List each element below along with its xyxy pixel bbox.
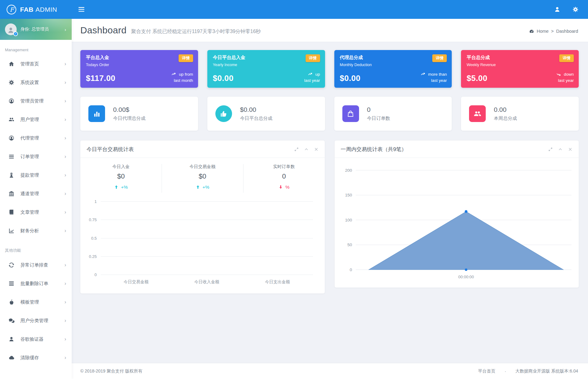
sidebar-item[interactable]: 谷歌验证器› [0, 330, 72, 348]
sidebar-item-label: 批量删除订单 [20, 281, 65, 287]
close-panel-icon[interactable] [568, 147, 573, 152]
today-stat-value: $0 [80, 172, 162, 180]
chevron-right-icon: › [65, 117, 66, 122]
sidebar-item-label: 代理管理 [20, 135, 65, 141]
footer-dot: · [505, 369, 506, 374]
breadcrumb: Home > Dashboard [529, 27, 578, 34]
sidebar-item-label: 提款管理 [20, 172, 65, 178]
sidebar-item-label: 通道管理 [20, 191, 65, 197]
chevron-right-icon: › [65, 336, 66, 342]
list-icon [8, 154, 15, 160]
sidebar-item[interactable]: 文章管理› [0, 203, 72, 221]
y-tick-label: 0.25 [89, 254, 97, 259]
gridline: 0.75 [101, 220, 313, 220]
content: 平台总入金Todays Order$117.00详情 up fromlast m… [72, 42, 588, 363]
arrow-down-icon [278, 185, 283, 189]
sidebar-item[interactable]: 提款管理› [0, 166, 72, 184]
sidebar-item[interactable]: 财务分析› [0, 221, 72, 240]
info-card-icon-box [469, 105, 486, 122]
footer-links: 平台首页 · 大数据商业开源版 系统版本:6.04 [478, 368, 578, 374]
stat-card-subtitle: Monthly Deduction [340, 63, 446, 67]
today-stats: 今日入金$0 +%今日交易金额$0 +%实时订单数0 % [80, 158, 325, 195]
panel-tools [294, 147, 319, 152]
info-card: $0.00今日平台总分成 [207, 97, 325, 131]
y-tick-label: 0.75 [89, 217, 97, 222]
info-card-icon-box [215, 105, 232, 122]
details-badge[interactable]: 详情 [559, 54, 574, 62]
app-title-bold: FAB [20, 6, 34, 13]
sidebar-item[interactable]: 清除缓存› [0, 348, 72, 367]
area-chart: 20015010050000:00:00 [335, 158, 579, 288]
stat-card: 平台总分成Weekly Revenue$5.00详情 downlast year [461, 50, 579, 88]
charts-row: 今日平台交易统计表 今日入金$0 +%今日交易金额$0 +%实时订单数0 % 1… [80, 141, 579, 293]
sidebar-item[interactable]: 管理员管理› [0, 92, 72, 110]
align-justify-icon [8, 280, 15, 287]
details-badge[interactable]: 详情 [179, 54, 193, 62]
today-stat: 今日交易金额$0 +% [162, 164, 243, 193]
breadcrumb-home-link[interactable]: Home [537, 29, 549, 34]
verified-check-icon: ✓ [13, 32, 18, 36]
panel-header: 今日平台交易统计表 [80, 141, 325, 158]
chevron-right-icon: › [65, 80, 66, 85]
sidebar-item[interactable]: 异常订单排查› [0, 256, 72, 274]
arrow-up-icon [114, 185, 119, 189]
breadcrumb-current: Dashboard [556, 29, 578, 34]
info-card-value: 0 [367, 106, 390, 113]
sidebar-item[interactable]: 订单管理› [0, 147, 72, 166]
page-title: Dashboard [80, 25, 126, 36]
area-chart-svg: 20015010050000:00:00 [337, 161, 577, 286]
close-panel-icon[interactable] [314, 147, 319, 152]
panel-title: 今日平台交易统计表 [87, 146, 134, 153]
sidebar-item[interactable]: 管理首页› [0, 55, 72, 73]
sidebar-item[interactable]: 用户管理› [0, 110, 72, 129]
brand: F FAB ADMIN [0, 4, 72, 15]
sidebar-item[interactable]: 系统设置› [0, 73, 72, 92]
user-identity-panel[interactable]: ✓ 身份: 总管理员 › [0, 19, 72, 40]
stat-card-trend: more thanlast year [420, 71, 447, 84]
user-icon[interactable] [554, 6, 561, 13]
info-card-label: 今日平台总分成 [240, 116, 273, 121]
today-transactions-panel: 今日平台交易统计表 今日入金$0 +%今日交易金额$0 +%实时订单数0 % 1… [80, 141, 325, 293]
sidebar-item[interactable]: 代理管理› [0, 129, 72, 147]
info-card-label: 本周总分成 [494, 116, 517, 121]
chevron-right-icon: › [65, 318, 66, 323]
trending-up-icon [307, 72, 313, 77]
details-badge[interactable]: 详情 [306, 54, 320, 62]
sidebar-item[interactable]: 批量删除订单› [0, 274, 72, 293]
today-stat-value: $0 [162, 172, 243, 180]
sidebar-item-label: 系统设置 [20, 80, 65, 86]
top-navbar: F FAB ADMIN [0, 0, 588, 19]
thumbs-up-icon [219, 110, 228, 118]
sidebar-item-label: 管理员管理 [20, 98, 65, 104]
panel-header: 一周内交易统计表（共9笔） [335, 141, 579, 158]
sidebar-item[interactable]: 用户分类管理› [0, 311, 72, 330]
today-stat-trend: +% [162, 184, 243, 190]
collapse-panel-icon[interactable] [558, 147, 563, 152]
collapse-panel-icon[interactable] [304, 147, 309, 152]
page-subtitle: 聚合支付 系统已经稳定运行1197天零3小时零39分钟零16秒 [131, 26, 260, 35]
user-secret-icon [8, 172, 15, 178]
details-badge[interactable]: 详情 [432, 54, 447, 62]
svg-text:F: F [10, 6, 15, 13]
sidebar-nav: Management管理首页›系统设置›管理员管理›用户管理›代理管理›订单管理… [0, 40, 72, 367]
expand-panel-icon[interactable] [294, 147, 299, 152]
avatar: ✓ [5, 23, 17, 35]
menu-toggle-button[interactable] [78, 7, 84, 12]
expand-panel-icon[interactable] [548, 147, 553, 152]
today-stat-trend: +% [80, 184, 162, 190]
chevron-right-icon: › [65, 299, 66, 305]
svg-text:0: 0 [349, 267, 352, 272]
users-icon [8, 116, 15, 123]
info-card-text: 0.00本周总分成 [494, 106, 517, 121]
gridline: 0 [101, 275, 313, 275]
book-icon [8, 209, 15, 215]
sidebar-item[interactable]: 模板管理› [0, 293, 72, 311]
settings-gear-icon[interactable] [572, 6, 579, 13]
app-title-light: ADMIN [36, 6, 57, 13]
stat-card-trend: up fromlast month [171, 71, 193, 84]
stat-card-value: $0.00 [213, 74, 319, 83]
footer-home-link[interactable]: 平台首页 [478, 368, 495, 374]
dashboard-gauge-icon [529, 29, 534, 34]
stat-card: 今日平台总入金Yearly Income$0.00详情 uplast year [207, 50, 325, 88]
sidebar-item[interactable]: 通道管理› [0, 184, 72, 203]
